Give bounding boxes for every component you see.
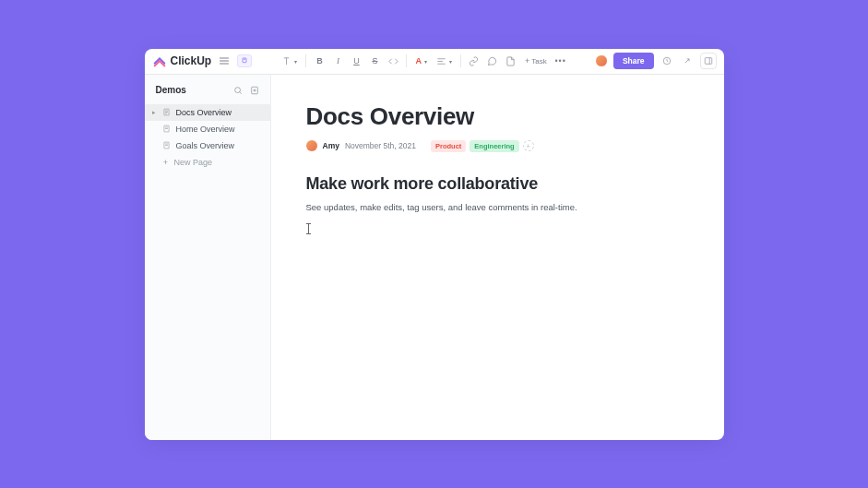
sidebar-item-label: Docs Overview bbox=[176, 108, 232, 117]
app-body: Demos ▸ Docs Overview Home Overview Goal… bbox=[145, 75, 724, 440]
format-toolbar: ▾ B I U S A▾ ▾ +Task ••• bbox=[257, 53, 589, 69]
underline-button[interactable]: U bbox=[348, 53, 364, 69]
sidebar-header: Demos bbox=[145, 84, 270, 104]
tag-product[interactable]: Product bbox=[431, 140, 466, 152]
svg-rect-0 bbox=[243, 58, 246, 63]
more-icon[interactable]: ••• bbox=[553, 53, 569, 69]
topbar-right: Share bbox=[595, 53, 717, 69]
sidebar-item-goals-overview[interactable]: Goals Overview bbox=[145, 137, 270, 154]
logo-icon bbox=[152, 54, 167, 68]
svg-rect-2 bbox=[705, 58, 712, 65]
divider bbox=[305, 54, 306, 67]
code-button[interactable] bbox=[385, 53, 401, 69]
panel-icon[interactable] bbox=[700, 53, 717, 69]
expand-icon[interactable] bbox=[680, 54, 695, 68]
doc-date: November 5th, 2021 bbox=[345, 141, 416, 150]
link-button[interactable] bbox=[466, 53, 482, 69]
search-icon[interactable] bbox=[232, 84, 244, 97]
svg-point-3 bbox=[234, 87, 240, 92]
text-color-dropdown[interactable]: A▾ bbox=[411, 53, 431, 69]
comment-button[interactable] bbox=[484, 53, 501, 69]
body-text[interactable]: See updates, make edits, tag users, and … bbox=[306, 201, 689, 214]
text-cursor bbox=[308, 223, 309, 234]
section-heading[interactable]: Make work more collaborative bbox=[306, 174, 689, 194]
brand-name: ClickUp bbox=[171, 54, 212, 67]
page-icon bbox=[162, 141, 172, 150]
brand-logo[interactable]: ClickUp bbox=[152, 54, 212, 68]
app-window: ClickUp ▾ B I U S A▾ ▾ +Task ••• bbox=[145, 49, 724, 440]
sidebar-item-label: Home Overview bbox=[176, 125, 235, 134]
strikethrough-button[interactable]: S bbox=[366, 53, 383, 69]
attachment-button[interactable] bbox=[503, 53, 519, 69]
menu-icon[interactable] bbox=[217, 54, 232, 68]
pin-button[interactable] bbox=[237, 54, 252, 67]
new-page-label: New Page bbox=[174, 158, 213, 167]
sidebar-item-label: Goals Overview bbox=[176, 141, 235, 150]
tag-engineering[interactable]: Engineering bbox=[470, 140, 518, 152]
text-style-dropdown[interactable]: ▾ bbox=[278, 53, 301, 69]
add-tag-button[interactable]: + bbox=[523, 140, 534, 151]
plus-icon: + bbox=[162, 158, 170, 167]
sidebar-item-docs-overview[interactable]: ▸ Docs Overview bbox=[145, 104, 270, 121]
doc-meta: Amy November 5th, 2021 Product Engineeri… bbox=[306, 140, 689, 152]
divider bbox=[406, 54, 407, 67]
top-toolbar: ClickUp ▾ B I U S A▾ ▾ +Task ••• bbox=[145, 49, 724, 75]
bold-button[interactable]: B bbox=[311, 53, 327, 69]
add-page-icon[interactable] bbox=[248, 84, 261, 97]
doc-icon bbox=[162, 108, 172, 117]
avatar[interactable] bbox=[595, 54, 608, 67]
document-main[interactable]: Docs Overview Amy November 5th, 2021 Pro… bbox=[271, 75, 724, 440]
tag-group: Product Engineering + bbox=[431, 140, 534, 152]
add-task-button[interactable]: +Task bbox=[521, 53, 551, 69]
chevron-right-icon: ▸ bbox=[150, 109, 158, 116]
new-page-button[interactable]: + New Page bbox=[145, 154, 270, 171]
history-icon[interactable] bbox=[660, 54, 674, 68]
align-dropdown[interactable]: ▾ bbox=[433, 53, 456, 69]
page-icon bbox=[162, 125, 172, 134]
sidebar: Demos ▸ Docs Overview Home Overview Goal… bbox=[145, 75, 271, 440]
author-avatar[interactable] bbox=[306, 140, 317, 151]
author-name: Amy bbox=[323, 141, 339, 150]
sidebar-item-home-overview[interactable]: Home Overview bbox=[145, 121, 270, 137]
share-button[interactable]: Share bbox=[613, 53, 654, 69]
page-title[interactable]: Docs Overview bbox=[306, 102, 689, 131]
divider bbox=[460, 54, 461, 67]
sidebar-title: Demos bbox=[156, 85, 228, 95]
italic-button[interactable]: I bbox=[329, 53, 346, 69]
